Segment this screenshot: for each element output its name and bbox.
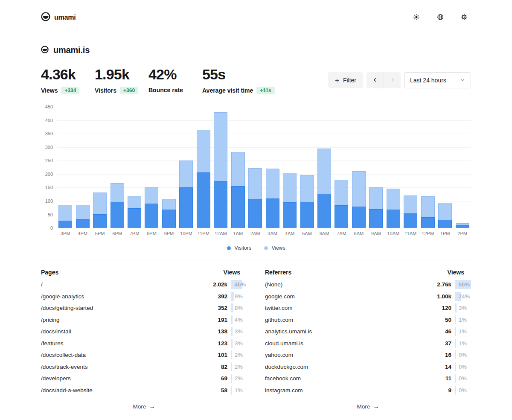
visitors-bar[interactable] <box>352 207 366 228</box>
visitors-bar[interactable] <box>231 186 245 228</box>
theme-toggle-button[interactable] <box>410 11 423 24</box>
page-link[interactable]: / <box>41 281 209 288</box>
referrer-link[interactable]: twitter.com <box>265 305 433 311</box>
referrer-link[interactable]: yahoo.com <box>265 352 433 358</box>
table-row: github.com501% <box>265 314 471 326</box>
visitors-bar[interactable] <box>387 210 400 228</box>
visitors-bar[interactable] <box>248 199 262 228</box>
referrer-link[interactable]: github.com <box>265 317 433 323</box>
page-link[interactable]: /google-analytics <box>41 293 209 300</box>
visitors-bar[interactable] <box>128 208 141 228</box>
page-link[interactable]: /docs/track-events <box>41 364 209 370</box>
table-row: /pricing1914% <box>41 314 247 326</box>
next-period-button[interactable] <box>384 72 401 88</box>
views-percent-cell: 8% <box>231 303 247 312</box>
table-row: /developers692% <box>41 373 247 385</box>
views-count: 11 <box>433 375 451 382</box>
brand-name: umami <box>54 14 76 21</box>
previous-period-button[interactable] <box>367 72 384 88</box>
y-axis-tick: 200 <box>45 172 53 177</box>
table-row: (None)2.76k66% <box>265 279 471 291</box>
visitors-bar[interactable] <box>317 194 331 228</box>
date-range-select[interactable]: Last 24 hours <box>404 72 471 88</box>
referrer-link[interactable]: google.com <box>265 293 433 300</box>
average-visit-time-label: Average visit time <box>202 87 253 94</box>
x-axis-label: 4PM <box>74 231 91 236</box>
percent-label: 24% <box>459 293 470 300</box>
page-link[interactable]: /docs/getting-started <box>41 305 209 311</box>
views-percent-cell: 0% <box>455 374 471 383</box>
views-count: 352 <box>209 305 227 311</box>
x-axis-label: 10PM <box>177 231 195 236</box>
visitors-bar[interactable] <box>93 214 107 228</box>
visitors-bar[interactable] <box>214 181 227 228</box>
views-count: 138 <box>209 328 227 335</box>
visitors-bar[interactable] <box>197 172 210 228</box>
plus-icon: + <box>335 77 339 84</box>
visitors-bar[interactable] <box>283 202 297 228</box>
brand[interactable]: umami <box>41 12 76 23</box>
visitors-bar[interactable] <box>335 205 348 228</box>
visitors-bar[interactable] <box>76 219 90 228</box>
y-axis-tick: 150 <box>45 185 53 190</box>
visitors-bar[interactable] <box>162 210 176 228</box>
visitors-bar[interactable] <box>421 217 435 228</box>
percent-label: 3% <box>235 328 243 335</box>
x-axis-label: 11AM <box>402 231 419 236</box>
percent-label: 66% <box>459 281 470 288</box>
y-axis-tick: 400 <box>45 118 53 123</box>
referrers-table: Referrers Views (None)2.76k66%google.com… <box>258 260 471 420</box>
referrer-link[interactable]: (None) <box>265 281 433 288</box>
visitors-bar[interactable] <box>300 202 314 228</box>
views-percent-cell: 0% <box>455 362 471 371</box>
page-link[interactable]: /docs/install <box>41 328 209 335</box>
percent-label: 46% <box>235 281 246 288</box>
percent-fill-bar <box>456 303 457 312</box>
metrics-bar: 4.36k Views +334 1.95k Visitors +360 42%… <box>41 66 471 94</box>
page-link[interactable]: /features <box>41 340 209 347</box>
settings-button[interactable] <box>457 11 471 24</box>
page-link[interactable]: /developers <box>41 375 209 382</box>
visitors-bar[interactable] <box>145 204 158 228</box>
gridline <box>57 228 471 228</box>
table-row: facebook.com110% <box>265 373 471 385</box>
views-percent-cell: 9% <box>231 292 247 301</box>
bar-group-10AM <box>385 107 402 228</box>
page-link[interactable]: /docs/add-a-website <box>41 387 209 394</box>
visitors-bar[interactable] <box>58 221 72 228</box>
bar-group-1PM <box>436 107 454 228</box>
visitors-bar[interactable] <box>179 187 193 228</box>
filter-button[interactable]: + Filter <box>328 72 363 88</box>
more-label: More <box>133 403 146 410</box>
page-link[interactable]: /pricing <box>41 317 209 323</box>
views-count: 14 <box>433 364 451 370</box>
visitors-bar[interactable] <box>266 198 279 228</box>
pages-more-button[interactable]: More → <box>133 403 155 410</box>
visitors-bar[interactable] <box>404 213 417 228</box>
x-axis-label: 12PM <box>419 231 436 236</box>
visitors-bar[interactable] <box>369 209 383 228</box>
referrer-link[interactable]: instagram.com <box>265 387 433 394</box>
globe-icon <box>436 13 444 22</box>
language-button[interactable] <box>433 11 447 24</box>
visitors-bar[interactable] <box>111 202 124 228</box>
visitors-bar[interactable] <box>456 225 469 228</box>
views-count: 69 <box>209 375 227 382</box>
referrer-link[interactable]: duckduckgo.com <box>265 364 433 370</box>
page-link[interactable]: /docs/collect-data <box>41 352 209 358</box>
legend-item-views: Views <box>264 245 285 251</box>
stat-views: 4.36k Views +334 <box>41 66 85 94</box>
visitors-bar[interactable] <box>438 220 452 228</box>
umami-logo-icon <box>41 12 50 23</box>
percent-fill-bar <box>232 327 233 336</box>
referrer-link[interactable]: cloud.umami.is <box>265 340 433 347</box>
bar-group-8AM <box>350 107 367 228</box>
metrics-tables: Pages Views /2.02k46%/google-analytics39… <box>41 260 471 420</box>
referrer-link[interactable]: facebook.com <box>265 375 433 382</box>
referrers-more-button[interactable]: More → <box>357 403 379 410</box>
stats: 4.36k Views +334 1.95k Visitors +360 42%… <box>41 66 275 94</box>
x-axis-label: 7AM <box>333 231 350 236</box>
chart-controls: + Filter Last 24 hours <box>328 72 471 88</box>
average-visit-time-change-badge: +11s <box>256 87 274 94</box>
referrer-link[interactable]: analytics.umami.is <box>265 328 433 335</box>
